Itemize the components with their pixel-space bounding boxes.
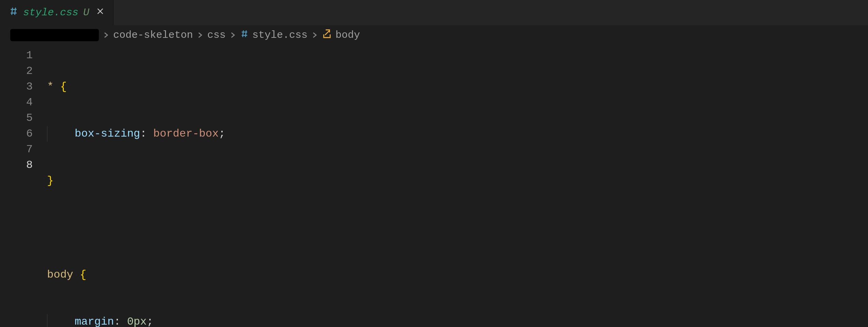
line-number: 2: [0, 63, 33, 79]
css-value: border-box: [153, 126, 219, 142]
svg-line-3: [15, 7, 15, 15]
colon: :: [114, 314, 127, 327]
css-property: box-sizing: [75, 126, 140, 142]
breadcrumb-folder[interactable]: code-skeleton: [113, 29, 193, 41]
css-file-icon: [9, 6, 18, 19]
code-line: margin: 0px;: [47, 314, 868, 327]
css-file-icon: [240, 29, 249, 41]
brace: {: [54, 79, 66, 95]
chevron-right-icon: [229, 31, 237, 39]
brace: }: [47, 173, 54, 189]
line-number: 5: [0, 110, 33, 126]
breadcrumb-symbol[interactable]: body: [335, 29, 360, 41]
breadcrumb-redacted-segment[interactable]: [10, 29, 99, 41]
css-selector: body: [47, 267, 73, 283]
line-number-gutter: 1 2 3 4 5 6 7 8: [0, 45, 47, 327]
chevron-right-icon: [102, 31, 110, 39]
line-number: 4: [0, 95, 33, 110]
brace: {: [73, 267, 86, 283]
code-line: * {: [47, 79, 868, 95]
chevron-right-icon: [196, 31, 204, 39]
colon: :: [140, 126, 153, 142]
svg-line-9: [245, 30, 246, 37]
line-number: 6: [0, 126, 33, 142]
editor-tab[interactable]: style.css U: [0, 0, 114, 25]
code-content[interactable]: * { box-sizing: border-box; } body { mar…: [47, 45, 868, 327]
line-number: 8: [0, 157, 33, 173]
code-editor[interactable]: 1 2 3 4 5 6 7 8 * { box-sizing: border-b…: [0, 45, 868, 327]
code-line: [47, 220, 868, 236]
breadcrumb-folder[interactable]: css: [207, 29, 226, 41]
close-icon[interactable]: [94, 7, 104, 18]
svg-line-2: [12, 7, 12, 15]
code-line: }: [47, 173, 868, 189]
semicolon: ;: [147, 314, 153, 327]
line-number: 1: [0, 48, 33, 63]
css-value: 0px: [127, 314, 147, 327]
breadcrumb: code-skeleton css style.css body: [0, 25, 868, 45]
breadcrumb-file[interactable]: style.css: [252, 29, 308, 41]
tab-git-status: U: [83, 7, 89, 18]
line-number: 3: [0, 79, 33, 95]
chevron-right-icon: [311, 31, 318, 39]
line-number: 7: [0, 142, 33, 157]
svg-line-8: [243, 30, 243, 37]
code-line: box-sizing: border-box;: [47, 126, 868, 142]
symbol-rule-icon: [322, 29, 332, 42]
css-selector: *: [47, 79, 54, 95]
tab-filename: style.css: [23, 7, 78, 18]
css-property: margin: [75, 314, 114, 327]
semicolon: ;: [219, 126, 225, 142]
code-line: body {: [47, 267, 868, 283]
tab-bar: style.css U: [0, 0, 868, 25]
